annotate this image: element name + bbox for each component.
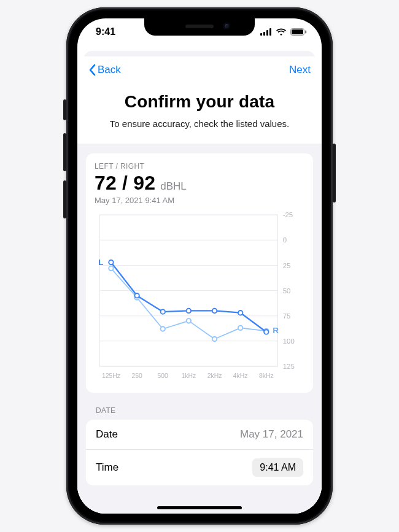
svg-rect-2 xyxy=(266,30,268,36)
audiogram-chart: -250255075100125125Hz2505001kHz2kHz4kHz8… xyxy=(95,211,304,383)
svg-point-34 xyxy=(238,326,242,330)
svg-rect-3 xyxy=(269,28,271,36)
date-row-label: Date xyxy=(96,428,118,441)
svg-point-33 xyxy=(212,337,217,341)
time-row[interactable]: Time 9:41 AM xyxy=(86,449,313,485)
date-row-value: May 17, 2021 xyxy=(240,428,303,441)
modal-sheet: Back Next Confirm your data To ensure ac… xyxy=(77,56,322,514)
svg-text:4kHz: 4kHz xyxy=(233,372,248,379)
svg-text:1kHz: 1kHz xyxy=(182,372,196,379)
chevron-left-icon xyxy=(88,64,96,76)
svg-point-42 xyxy=(264,330,268,334)
time-row-label: Time xyxy=(96,461,118,474)
card-unit: dBHL xyxy=(160,180,187,193)
svg-rect-5 xyxy=(292,29,303,34)
volume-up-button xyxy=(63,133,66,171)
nav-bar: Back Next xyxy=(77,56,322,80)
status-time: 9:41 xyxy=(96,26,115,37)
card-datetime: May 17, 2021 9:41 AM xyxy=(95,196,304,205)
header: Confirm your data To ensure accuracy, ch… xyxy=(77,80,322,144)
svg-point-31 xyxy=(161,327,165,331)
svg-point-36 xyxy=(109,260,113,264)
svg-point-32 xyxy=(187,318,191,323)
svg-rect-6 xyxy=(305,31,306,34)
svg-point-38 xyxy=(161,310,165,314)
svg-text:R: R xyxy=(273,326,279,336)
notch xyxy=(144,18,255,36)
date-row[interactable]: Date May 17, 2021 xyxy=(86,420,313,449)
svg-point-29 xyxy=(109,266,113,271)
screen: 9:41 Back xyxy=(77,18,322,514)
back-label: Back xyxy=(98,64,121,76)
page-subtitle: To ensure accuracy, check the listed val… xyxy=(108,118,291,130)
audiogram-svg: -250255075100125125Hz2505001kHz2kHz4kHz8… xyxy=(95,211,304,383)
home-indicator[interactable] xyxy=(157,506,242,509)
status-right xyxy=(260,28,307,36)
card-value: 72 / 92 xyxy=(95,172,155,195)
svg-rect-1 xyxy=(263,32,265,36)
date-list: Date May 17, 2021 Time 9:41 AM xyxy=(86,420,313,485)
back-button[interactable]: Back xyxy=(88,64,121,76)
svg-text:100: 100 xyxy=(283,337,295,345)
speaker-grille xyxy=(185,25,214,28)
date-section-label: DATE xyxy=(77,403,322,420)
svg-rect-0 xyxy=(260,33,262,36)
wifi-icon xyxy=(276,28,287,36)
mute-switch xyxy=(63,99,66,120)
card-label: LEFT / RIGHT xyxy=(95,162,304,171)
svg-text:250: 250 xyxy=(131,372,142,379)
svg-text:125Hz: 125Hz xyxy=(102,372,120,379)
svg-text:0: 0 xyxy=(283,237,287,244)
svg-point-39 xyxy=(187,309,191,313)
svg-text:L: L xyxy=(98,258,103,267)
page-title: Confirm your data xyxy=(95,92,304,112)
battery-icon xyxy=(290,28,307,36)
front-camera xyxy=(223,23,230,29)
svg-text:125: 125 xyxy=(283,363,295,370)
svg-point-37 xyxy=(134,293,139,298)
iphone-frame: 9:41 Back xyxy=(66,7,333,525)
svg-text:500: 500 xyxy=(158,372,169,379)
svg-point-40 xyxy=(212,309,217,313)
svg-text:75: 75 xyxy=(283,312,291,320)
time-row-value[interactable]: 9:41 AM xyxy=(252,458,303,477)
svg-text:2kHz: 2kHz xyxy=(207,372,222,379)
audiogram-card: LEFT / RIGHT 72 / 92 dBHL May 17, 2021 9… xyxy=(86,153,313,393)
svg-text:25: 25 xyxy=(283,262,291,269)
svg-point-41 xyxy=(238,310,242,315)
svg-text:8kHz: 8kHz xyxy=(259,372,274,379)
svg-text:-25: -25 xyxy=(283,212,293,219)
content-scroll[interactable]: LEFT / RIGHT 72 / 92 dBHL May 17, 2021 9… xyxy=(77,144,322,514)
power-button xyxy=(333,144,336,202)
volume-down-button xyxy=(63,180,66,218)
cellular-icon xyxy=(260,28,272,36)
next-button[interactable]: Next xyxy=(289,64,311,76)
svg-text:50: 50 xyxy=(283,287,291,295)
